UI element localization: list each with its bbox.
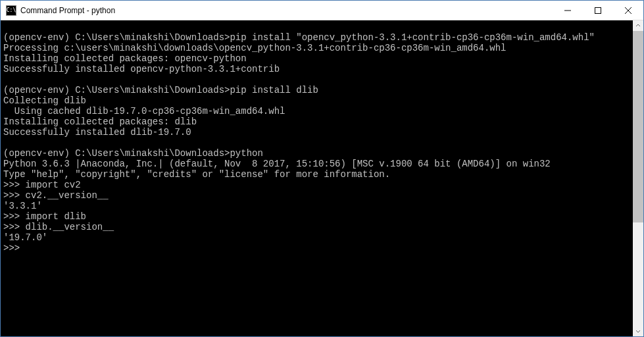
terminal-line: Python 3.6.3 |Anaconda, Inc.| (default, … xyxy=(3,159,630,169)
terminal-line xyxy=(3,22,630,32)
minimize-icon xyxy=(564,7,571,14)
terminal-line xyxy=(3,138,630,148)
terminal-line: Installing collected packages: opencv-py… xyxy=(3,53,630,64)
terminal-line: Using cached dlib-19.7.0-cp36-cp36m-win_… xyxy=(3,106,630,117)
terminal-line: Collecting dlib xyxy=(3,95,630,106)
terminal-line: >>> xyxy=(3,243,630,253)
terminal-line: Successfully installed dlib-19.7.0 xyxy=(3,127,630,138)
chevron-down-icon xyxy=(635,328,641,334)
scrollbar-up-button[interactable] xyxy=(633,20,643,31)
maximize-icon xyxy=(595,7,601,14)
app-icon: C:\ xyxy=(6,5,16,16)
close-button[interactable] xyxy=(613,1,643,20)
terminal-line: (opencv-env) C:\Users\minakshi\Downloads… xyxy=(3,85,630,95)
terminal-line: Processing c:\users\minakshi\downloads\o… xyxy=(3,43,630,53)
minimize-button[interactable] xyxy=(553,1,583,20)
chevron-up-icon xyxy=(635,23,641,28)
command-prompt-window: C:\ Command Prompt - python (opencv-env)… xyxy=(0,0,644,337)
scrollbar-down-button[interactable] xyxy=(633,326,643,336)
terminal-line: Type "help", "copyright", "credits" or "… xyxy=(3,169,630,180)
terminal-line: (opencv-env) C:\Users\minakshi\Downloads… xyxy=(3,148,630,159)
scrollbar[interactable] xyxy=(633,20,643,336)
terminal-area: (opencv-env) C:\Users\minakshi\Downloads… xyxy=(1,20,643,336)
titlebar[interactable]: C:\ Command Prompt - python xyxy=(1,1,643,20)
terminal-line: >>> import dlib xyxy=(3,211,630,222)
terminal-line: Installing collected packages: dlib xyxy=(3,117,630,127)
svg-rect-1 xyxy=(595,7,601,13)
terminal-line: >>> dlib.__version__ xyxy=(3,222,630,232)
maximize-button[interactable] xyxy=(583,1,613,20)
scrollbar-thumb[interactable] xyxy=(633,31,643,222)
terminal-line: '3.3.1' xyxy=(3,201,630,211)
app-icon-text: C:\ xyxy=(7,7,16,13)
terminal-line: >>> import cv2 xyxy=(3,180,630,190)
terminal-line: >>> cv2.__version__ xyxy=(3,190,630,201)
window-controls xyxy=(553,1,643,20)
terminal-line: '19.7.0' xyxy=(3,232,630,243)
close-icon xyxy=(625,7,632,14)
window-title: Command Prompt - python xyxy=(20,6,553,15)
terminal-line xyxy=(3,74,630,85)
terminal-content[interactable]: (opencv-env) C:\Users\minakshi\Downloads… xyxy=(1,20,633,336)
terminal-line: (opencv-env) C:\Users\minakshi\Downloads… xyxy=(3,32,630,43)
terminal-line: Successfully installed opencv-python-3.3… xyxy=(3,64,630,74)
scrollbar-track[interactable] xyxy=(633,31,643,326)
